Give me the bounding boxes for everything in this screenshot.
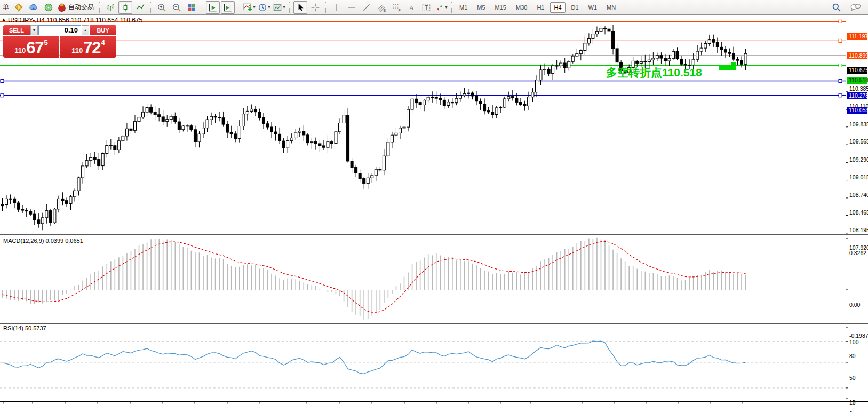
equidistant-channel-tool-button[interactable]: E [375, 1, 388, 14]
auto-scroll-icon [208, 3, 218, 12]
one-click-trading-panel: SELL ▼ 0.10 ▲ BUY 110 67 5 110 72 4 [3, 25, 116, 58]
arrows-tool-button[interactable]: ▾ [434, 1, 448, 14]
hline-handle[interactable] [839, 94, 842, 97]
collapse-panel-icon[interactable]: ▲ [2, 17, 6, 22]
chart-annotation-text[interactable]: 多空转折点110.518 [606, 65, 702, 80]
timeframe-button-mn[interactable]: MN [603, 2, 619, 13]
crosshair-tool-button[interactable] [308, 1, 322, 14]
timeframe-button-h4[interactable]: H4 [550, 2, 565, 13]
macd-tick-label: 0.3262 [849, 250, 866, 256]
timeframe-button-m15[interactable]: M15 [491, 2, 510, 13]
candlestick-icon [121, 3, 130, 12]
mql5-community-button[interactable] [27, 1, 41, 14]
sell-button[interactable]: SELL [3, 25, 30, 35]
hline-handle[interactable] [1, 94, 4, 97]
sell-price-button[interactable]: 110 67 5 [3, 36, 59, 58]
yellow-crystal-icon [14, 3, 23, 12]
text-tool-button[interactable]: A [404, 1, 418, 14]
auto-scroll-button[interactable] [206, 1, 220, 14]
buy-price-button[interactable]: 110 72 4 [60, 36, 116, 58]
price-line-label[interactable]: 110.053 [847, 107, 867, 114]
buy-price-big: 72 [83, 40, 100, 56]
periods-button[interactable]: ▾ [257, 1, 271, 14]
support-zone-mark[interactable] [719, 65, 731, 70]
buy-button[interactable]: BUY [90, 25, 116, 35]
cursor-icon [296, 3, 305, 12]
separator [325, 2, 327, 13]
search-button[interactable] [830, 1, 843, 14]
separator [202, 2, 203, 13]
price-tick-label: 108.465 [849, 210, 868, 216]
signals-button[interactable] [42, 1, 55, 14]
separator [238, 2, 239, 13]
chat-icon [850, 3, 861, 12]
indicators-button[interactable]: ▾ [242, 1, 256, 14]
timeframe-button-m1[interactable]: M1 [456, 2, 471, 13]
dropdown-caret: ▾ [283, 5, 285, 10]
new-order-button[interactable]: 单 [3, 3, 9, 12]
hline-handle[interactable] [839, 80, 842, 83]
price-line-label[interactable]: 110.899 [847, 52, 867, 59]
timeframe-button-h1[interactable]: H1 [533, 2, 548, 13]
zoom-out-icon [172, 3, 181, 12]
timeframe-button-w1[interactable]: W1 [585, 2, 601, 13]
line-chart-mode-button[interactable] [133, 1, 147, 14]
price-line-label[interactable]: 110.518 [847, 77, 867, 84]
hline-handle[interactable] [839, 64, 842, 67]
line-chart-icon [136, 3, 145, 12]
channel-icon: E [377, 3, 386, 12]
timeframe-bar: M1M5M15M30H1H4D1W1MN [456, 2, 619, 13]
timeframe-button-m30[interactable]: M30 [512, 2, 531, 13]
chart-shift-button[interactable] [221, 1, 235, 14]
hline-handle[interactable] [1, 80, 4, 83]
trendline-tool-button[interactable] [360, 1, 373, 14]
candlestick-mode-button[interactable] [118, 1, 132, 14]
separator [99, 2, 100, 13]
price-tick-label: 110.385 [849, 86, 868, 92]
volume-increase-button[interactable]: ▲ [82, 25, 89, 35]
timeframe-button-d1[interactable]: D1 [568, 2, 583, 13]
chart-window[interactable]: ▲ USDJPY-,H4 110.656 110.718 110.654 110… [0, 15, 868, 412]
chart-shift-icon [223, 3, 233, 12]
deposit-button[interactable] [12, 1, 26, 14]
zoom-in-button[interactable] [155, 1, 169, 14]
svg-text:E: E [383, 8, 386, 12]
current-price-label: 110.675 [847, 67, 867, 74]
vertical-line-tool-button[interactable] [330, 1, 344, 14]
template-icon [273, 3, 282, 12]
price-line-label[interactable]: 111.197 [847, 33, 867, 40]
price-tick-label: 109.565 [849, 139, 868, 145]
templates-button[interactable]: ▾ [272, 1, 286, 14]
cursor-tool-button[interactable] [293, 1, 307, 14]
price-line-label[interactable]: 110.278 [847, 92, 867, 99]
volume-input[interactable]: 0.10 [38, 25, 81, 35]
zoom-in-icon [157, 3, 166, 12]
chat-button[interactable] [849, 1, 863, 14]
horizontal-line-tool-button[interactable] [345, 1, 359, 14]
clock-icon [258, 3, 267, 12]
autotrading-button[interactable]: 自动交易 [57, 1, 96, 14]
search-icon [832, 3, 841, 12]
trendline-icon [362, 3, 371, 12]
separator [289, 2, 290, 13]
fibonacci-tool-button[interactable]: F [389, 1, 403, 14]
svg-text:T: T [425, 4, 428, 10]
tile-windows-button[interactable] [185, 1, 198, 14]
fibonacci-icon: F [392, 3, 401, 12]
rsi-indicator-label: RSI(14) 50.5737 [3, 325, 46, 331]
chart-title: USDJPY-,H4 110.656 110.718 110.654 110.6… [8, 17, 142, 24]
timeframe-button-m5[interactable]: M5 [473, 2, 489, 13]
volume-decrease-button[interactable]: ▼ [30, 25, 38, 35]
hline-handle[interactable] [839, 20, 842, 23]
price-tick-label: 109.835 [849, 122, 868, 128]
svg-text:A: A [409, 3, 415, 11]
chart-canvas[interactable] [0, 15, 868, 412]
zoom-out-button[interactable] [170, 1, 184, 14]
support-zone-mark[interactable] [731, 62, 736, 70]
text-label-tool-button[interactable]: T [419, 1, 433, 14]
tile-windows-icon [187, 3, 196, 12]
horizontal-line-icon [347, 3, 356, 12]
bar-chart-mode-button[interactable] [103, 1, 117, 14]
hline-handle[interactable] [839, 39, 842, 42]
separator [451, 2, 452, 13]
